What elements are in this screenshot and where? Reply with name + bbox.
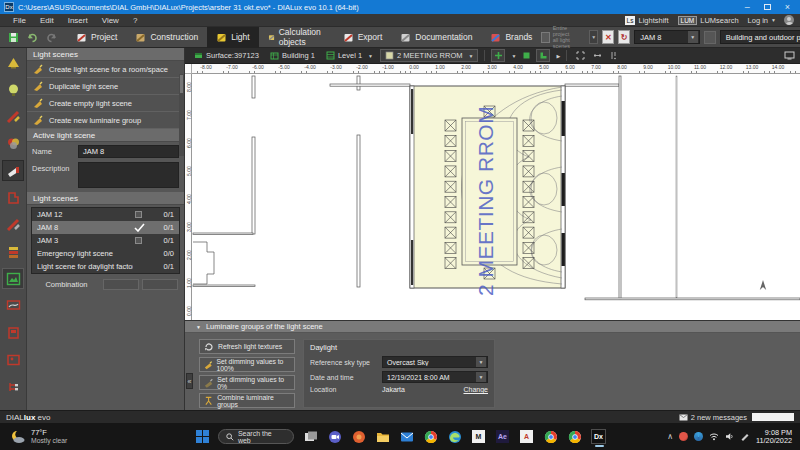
tab-documentation[interactable]: Documentation — [391, 27, 481, 48]
sky-type-select[interactable]: Overcast Sky ▼ — [382, 356, 488, 368]
chevron-right-icon[interactable]: ▶ — [556, 53, 560, 59]
picture-icon[interactable] — [2, 349, 24, 370]
color-wheel-icon[interactable] — [2, 133, 24, 154]
building-selector[interactable]: Building 1 — [266, 49, 319, 62]
task-view-icon[interactable] — [303, 429, 318, 444]
display-curve-icon[interactable] — [2, 295, 24, 316]
scene-row-emergency-light-scene[interactable]: Emergency light scene0/0 — [32, 247, 179, 260]
hierarchy-icon[interactable] — [2, 376, 24, 397]
lightshift-button[interactable]: Ls Lightshift — [625, 16, 669, 25]
render-view-icon[interactable] — [2, 268, 24, 289]
calculation-cancel-icon[interactable]: ✕ — [602, 30, 614, 44]
layers-icon[interactable] — [2, 241, 24, 262]
tray-expand-icon[interactable]: ∧ — [667, 432, 673, 441]
light-scenes-icon[interactable] — [2, 160, 24, 181]
focus-selection-button[interactable] — [573, 49, 587, 62]
zone-tool-button[interactable] — [536, 49, 550, 62]
wifi-icon[interactable] — [709, 432, 719, 441]
pen-icon[interactable] — [740, 432, 750, 441]
light-scene-select[interactable]: JAM 8 ▼ — [634, 30, 700, 44]
scene-row-jam-3[interactable]: JAM 30/1 — [32, 234, 179, 247]
space-tool-button[interactable] — [519, 49, 533, 62]
chrome-icon[interactable] — [423, 429, 438, 444]
scene-checkbox[interactable] — [135, 237, 142, 244]
messages-indicator[interactable]: 2 new messages — [679, 413, 747, 422]
user-avatar[interactable] — [784, 15, 794, 25]
luminaires-icon[interactable] — [2, 52, 24, 73]
calculation-start-icon[interactable]: ↻ — [618, 30, 630, 44]
lumsearch-button[interactable]: LUM LUMsearch — [678, 16, 739, 25]
action-create-empty-light-scene[interactable]: Create empty light scene — [27, 95, 184, 112]
tab-brands[interactable]: Brands — [481, 27, 541, 48]
level-selector[interactable]: Level 1 ▼ — [322, 49, 377, 62]
tray-network-icon[interactable] — [694, 432, 703, 441]
tray-app-icon[interactable] — [679, 432, 688, 441]
space-selector[interactable]: 2 MEETING RROM ▼ — [380, 49, 478, 62]
menu-item-edit[interactable]: Edit — [33, 16, 61, 25]
m-app-icon[interactable]: M — [471, 429, 486, 444]
room-icon[interactable] — [2, 187, 24, 208]
button-refresh-light-textures[interactable]: Refresh light textures — [199, 339, 295, 354]
dimension-tool-button[interactable] — [607, 49, 621, 62]
change-location-link[interactable]: Change — [463, 386, 488, 393]
bottom-panel-header[interactable]: ▼ Luminaire groups of the light scene — [185, 321, 800, 333]
folder-icon[interactable] — [375, 429, 390, 444]
scene-row-light-scene-for-daylight-factor[interactable]: Light scene for daylight factor0/1 — [32, 260, 179, 273]
edge-icon[interactable] — [447, 429, 462, 444]
furniture-icon[interactable] — [2, 322, 24, 343]
browser-orange-icon[interactable] — [351, 429, 366, 444]
login-button[interactable]: Log in▼ — [748, 16, 776, 25]
menu-item-insert[interactable]: Insert — [61, 16, 95, 25]
chrome-icon[interactable] — [543, 429, 558, 444]
action-create-light-scene-for-a-room-space[interactable]: Create light scene for a room/space — [27, 61, 184, 78]
tab-construction[interactable]: Construction — [126, 27, 207, 48]
scene-description-input[interactable] — [78, 162, 179, 188]
save-icon[interactable] — [8, 32, 19, 43]
bulb-icon[interactable] — [2, 79, 24, 100]
panel-scrollbar[interactable] — [179, 74, 184, 156]
action-create-new-luminaire-group[interactable]: Create new luminaire group — [27, 112, 184, 129]
minimize-button[interactable]: – — [745, 2, 750, 12]
dialux-brand: DIALlux evo — [6, 413, 50, 422]
tab-project[interactable]: Project — [67, 27, 126, 48]
scene-checkbox[interactable] — [135, 211, 142, 218]
tab-light[interactable]: Light — [207, 27, 258, 48]
start-button[interactable] — [196, 430, 209, 443]
luminaire-tools-icon[interactable] — [2, 106, 24, 127]
scene-name-input[interactable]: JAM 8 — [78, 145, 179, 158]
taskbar-search[interactable]: Search the web — [218, 429, 294, 444]
button-combine-luminaire-groups[interactable]: Combine luminaire groups — [199, 393, 295, 408]
cad-canvas[interactable]: 2 MEETING RROM -8.00-7.00-6.00-5.00-4.00… — [185, 64, 800, 320]
maximize-button[interactable] — [764, 4, 771, 10]
calc-scope-dropdown[interactable]: ▼ — [589, 30, 598, 44]
chevron-down-icon[interactable]: ▼ — [511, 53, 516, 59]
measure-tool-button[interactable] — [590, 49, 604, 62]
datetime-select[interactable]: 12/19/2021 8:00 AM ▼ — [382, 371, 488, 383]
chat-icon[interactable] — [327, 429, 342, 444]
add-space-button[interactable] — [491, 49, 505, 62]
tab-calculation-objects[interactable]: Calculation objects — [259, 27, 334, 48]
mail-icon[interactable] — [399, 429, 414, 444]
after-effects-icon[interactable]: Ae — [495, 429, 510, 444]
dialux-evo-icon[interactable]: Dx — [591, 429, 606, 444]
undo-icon[interactable] — [27, 32, 38, 43]
volume-icon[interactable] — [725, 432, 734, 441]
tab-export[interactable]: Export — [334, 27, 392, 48]
panel-collapse-button[interactable]: « — [186, 373, 193, 389]
tools-icon[interactable] — [2, 214, 24, 235]
menu-item-file[interactable]: File — [6, 16, 33, 25]
view-mode-select[interactable]: Building and outdoor pla... ▼ — [720, 30, 800, 44]
taskbar-clock[interactable]: 9:08 PM 11/20/2022 — [756, 429, 792, 445]
display-options-button[interactable] — [782, 49, 796, 62]
autocad-icon[interactable]: A — [519, 429, 534, 444]
close-button[interactable]: × — [785, 2, 790, 12]
weather-widget[interactable]: 77°F Mostly clear — [0, 423, 150, 450]
scene-row-jam-12[interactable]: JAM 120/1 — [32, 208, 179, 221]
scene-row-jam-8[interactable]: JAM 80/1 — [32, 221, 179, 234]
menu-item-view[interactable]: View — [95, 16, 126, 25]
menu-item-help[interactable]: ? — [126, 16, 144, 25]
chrome-icon[interactable] — [567, 429, 582, 444]
button-set-dimming-values-to-100-[interactable]: Set dimming values to 100% — [199, 357, 295, 372]
action-duplicate-light-scene[interactable]: Duplicate light scene — [27, 78, 184, 95]
button-set-dimming-values-to-0-[interactable]: Set dimming values to 0% — [199, 375, 295, 390]
